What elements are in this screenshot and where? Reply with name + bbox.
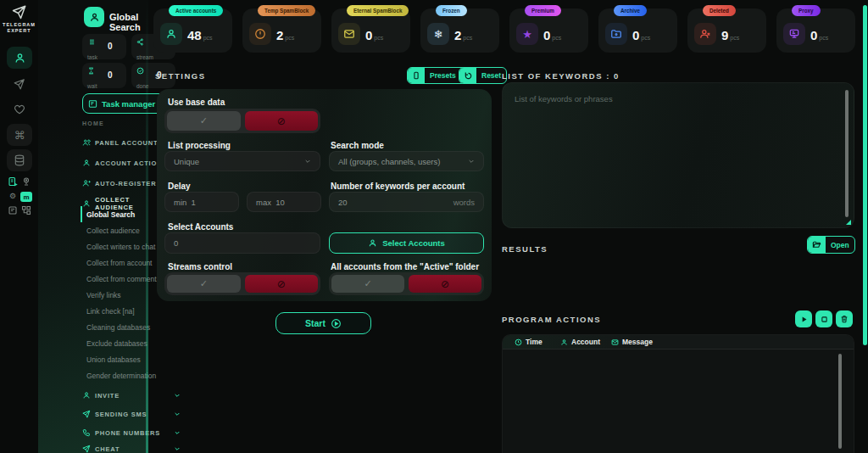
- keywords-textarea[interactable]: [503, 83, 854, 227]
- command-icon: ⌘: [14, 130, 25, 141]
- paper-plane-icon: [82, 410, 91, 418]
- telegram-plane-logo-icon: [0, 4, 38, 20]
- snowflake-icon: ❄: [427, 23, 449, 45]
- reset-button[interactable]: Reset: [459, 67, 507, 84]
- results-heading: RESULTS: [502, 244, 548, 254]
- toggle-on-check[interactable]: ✓: [331, 275, 404, 293]
- column-account[interactable]: Account: [560, 338, 611, 346]
- column-message[interactable]: Message: [611, 338, 653, 346]
- keywords-panel: [502, 82, 854, 228]
- start-button[interactable]: Start: [275, 312, 371, 334]
- note-icon[interactable]: [7, 204, 19, 216]
- status-badge: Temp SpamBlock: [258, 5, 315, 16]
- keywords-per-account-input[interactable]: 20 words: [329, 192, 484, 212]
- chip-label: stream: [136, 54, 170, 60]
- nav-item-cheat[interactable]: CHEAT: [82, 440, 181, 453]
- envelope-icon: [338, 23, 360, 45]
- page-title: Global Search: [109, 12, 148, 32]
- toggle-on-check[interactable]: ✓: [167, 111, 241, 131]
- person-icon: [14, 52, 26, 64]
- stop-button[interactable]: [815, 310, 832, 327]
- reset-icon: [459, 68, 476, 83]
- stat-card-archive: Archive 0pcs: [598, 8, 677, 53]
- delay-min-input[interactable]: min 1: [164, 192, 239, 212]
- stat-card-active-accounts: Active accounts 48pcs: [153, 8, 232, 53]
- stat-card-frozen: Frozen ❄ 2pcs: [420, 8, 499, 53]
- star-icon: ★: [516, 23, 538, 45]
- person-icon: [160, 23, 182, 45]
- column-time[interactable]: Time: [515, 338, 560, 346]
- task-list-icon: [87, 38, 95, 46]
- rail-database-button[interactable]: [7, 149, 32, 171]
- toggle-off-ban[interactable]: ⊘: [245, 275, 319, 293]
- resize-handle[interactable]: [846, 220, 851, 225]
- stream-share-icon: [136, 38, 144, 46]
- keywords-scrollbar[interactable]: [845, 90, 849, 217]
- person-icon: [368, 238, 377, 248]
- m-badge-icon[interactable]: m: [20, 191, 32, 203]
- list-processing-select[interactable]: Unique: [164, 151, 320, 171]
- chip-label: task: [87, 54, 121, 60]
- check-icon: ✓: [364, 278, 371, 289]
- rail-tools-button[interactable]: ⌘: [7, 124, 32, 146]
- search-mode-select[interactable]: All (groups, channels, users): [329, 151, 484, 171]
- delay-label: Delay: [168, 182, 191, 191]
- active-folder-toggle: ✓ ⊘: [329, 272, 484, 295]
- phone-icon: [82, 428, 91, 437]
- toggle-off-ban[interactable]: ⊘: [409, 275, 481, 293]
- list-processing-label: List processing: [168, 141, 231, 150]
- page-scrollbar[interactable]: [863, 5, 867, 345]
- status-badge: Frozen: [436, 5, 467, 16]
- proxy-icon: [783, 23, 805, 45]
- status-badge: Eternal SpamBlock: [347, 5, 409, 16]
- stat-card-premium: Premium ★ 0pcs: [509, 8, 588, 53]
- submenu-cleaning-databases[interactable]: Cleaning databases: [81, 319, 182, 335]
- status-badge: Active accounts: [169, 5, 223, 16]
- rail-sending-button[interactable]: [7, 73, 32, 95]
- play-button[interactable]: [795, 310, 812, 327]
- toggle-off-ban[interactable]: ⊘: [245, 111, 319, 131]
- presets-icon: [408, 68, 425, 83]
- open-label: Open: [826, 241, 854, 249]
- clock-icon: [515, 338, 522, 346]
- logo-line1: TELEGRAM: [0, 22, 38, 28]
- nav-item-phone-numbers[interactable]: PHONE NUMBERS: [82, 424, 181, 441]
- server-stack-icon[interactable]: [7, 176, 19, 187]
- table-scrollbar[interactable]: [838, 354, 842, 449]
- nodes-icon[interactable]: [20, 204, 32, 216]
- chevron-down-icon: [174, 411, 181, 417]
- submenu-link-check[interactable]: Link check [na]: [81, 303, 182, 319]
- rail-favorites-button[interactable]: [7, 98, 32, 120]
- paper-plane-icon: [14, 78, 25, 90]
- gear-icon[interactable]: ⚙: [7, 190, 19, 202]
- table-header-row: Time Account Message: [503, 335, 854, 350]
- nav-item-sending-sms[interactable]: SENDING SMS: [82, 405, 181, 422]
- select-accounts-button[interactable]: Select Accounts: [329, 232, 484, 254]
- archive-folder-icon: [605, 23, 627, 45]
- rail-accounts-button[interactable]: [7, 47, 32, 69]
- submenu-exclude-databases[interactable]: Exclude databases: [81, 335, 182, 351]
- chevron-down-icon: [304, 158, 311, 165]
- stat-chip-wait: 0 wait: [82, 63, 126, 88]
- person-icon: [82, 391, 91, 400]
- nav-item-invite[interactable]: INVITE: [82, 387, 181, 404]
- stat-card-proxy: Proxy 0pcs: [776, 8, 855, 53]
- words-suffix: words: [453, 198, 475, 207]
- open-results-button[interactable]: Open: [807, 236, 855, 254]
- clear-log-button[interactable]: [836, 310, 853, 327]
- warning-circle-icon: [249, 23, 271, 45]
- toggle-on-check[interactable]: ✓: [167, 275, 241, 293]
- play-icon: [800, 316, 808, 323]
- delay-max-input[interactable]: max 10: [247, 192, 321, 212]
- webcam-icon[interactable]: [20, 176, 32, 187]
- select-accounts-count-input[interactable]: 0: [164, 232, 320, 254]
- search-mode-label: Search mode: [331, 141, 384, 150]
- check-icon: ✓: [200, 115, 208, 126]
- ban-icon: ⊘: [441, 278, 449, 290]
- chevron-down-icon: [174, 392, 181, 399]
- check-circle-icon: [136, 67, 144, 75]
- settings-heading: SETTINGS: [155, 71, 206, 81]
- submenu-gender-determination[interactable]: Gender determination: [81, 367, 182, 383]
- submenu-union-databases[interactable]: Union databases: [81, 351, 182, 367]
- status-badge: Premium: [525, 5, 561, 16]
